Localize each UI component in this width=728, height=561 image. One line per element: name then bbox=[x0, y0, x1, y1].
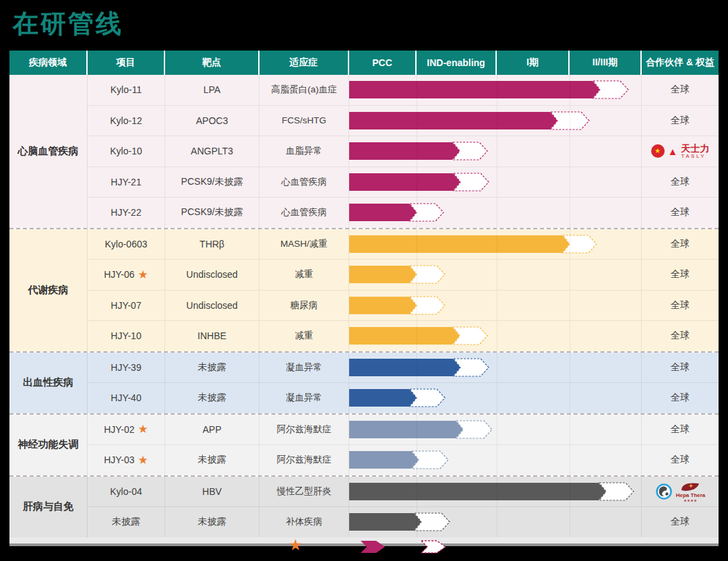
indication-cell: 凝血异常 bbox=[260, 353, 349, 383]
project-name: HJY-10 bbox=[111, 330, 141, 341]
group-rows: HJY-02★APP阿尔兹海默症全球HJY-03★未披露阿尔兹海默症全球 bbox=[88, 415, 719, 475]
pipeline-row: HJY-40未披露凝血异常全球 bbox=[88, 382, 719, 413]
target-cell: Undisclosed bbox=[165, 291, 260, 321]
partner-global-label: 全球 bbox=[671, 268, 690, 280]
project-name: HJY-03 bbox=[104, 454, 134, 465]
phase-bar-cell bbox=[349, 229, 642, 260]
partner-global-label: 全球 bbox=[671, 392, 690, 404]
partner-global-label: 全球 bbox=[671, 115, 690, 127]
partner-cell: ★▲天士力TASLY bbox=[642, 136, 719, 167]
globe-icon bbox=[655, 483, 673, 500]
project-cell: HJY-10 bbox=[88, 321, 165, 351]
partner-cell: Hepa Thera bbox=[642, 477, 719, 507]
target-cell: PCSK9/未披露 bbox=[165, 198, 260, 228]
phase-gridline bbox=[497, 507, 497, 537]
group-rows: Kylo-0603THRβMASH/减重全球HJY-06★Undisclosed… bbox=[88, 229, 719, 351]
phase-gridline bbox=[497, 353, 497, 383]
phase-bar-cell bbox=[349, 136, 642, 167]
progress-bar bbox=[349, 173, 498, 191]
phase-gridline bbox=[570, 260, 570, 290]
header-cell: 靶点 bbox=[165, 51, 260, 75]
project-name: Kylo-11 bbox=[111, 84, 142, 95]
progress-bar-solid bbox=[349, 327, 460, 345]
phase-gridline bbox=[417, 260, 417, 290]
partner-cell: 全球 bbox=[642, 507, 719, 537]
target-cell: ANGPLT3 bbox=[165, 136, 260, 167]
phase-gridline bbox=[497, 167, 497, 198]
disease-area-label: 肝病与自免 bbox=[9, 477, 88, 537]
phase-gridline bbox=[570, 136, 570, 167]
progress-bar bbox=[349, 482, 641, 501]
phase-gridline bbox=[417, 477, 417, 507]
phase-gridline bbox=[570, 167, 570, 198]
target-cell: HBV bbox=[165, 477, 260, 507]
legend-dashed-arrow-icon bbox=[421, 540, 447, 554]
phase-bar-cell bbox=[349, 507, 642, 537]
phase-gridline bbox=[570, 445, 570, 475]
tasly-wordmark: 天士力TASLY bbox=[681, 144, 709, 159]
project-name: HJY-21 bbox=[111, 177, 141, 187]
project-cell: Kylo-04 bbox=[88, 477, 165, 507]
disease-area-label: 出血性疾病 bbox=[9, 353, 88, 413]
project-name: Kylo-04 bbox=[110, 486, 142, 497]
pipeline-row: Kylo-04HBV慢性乙型肝炎Hepa Thera bbox=[88, 477, 719, 507]
header-cell: I期 bbox=[497, 51, 570, 75]
project-name: HJY-39 bbox=[111, 362, 141, 373]
progress-bar bbox=[349, 235, 606, 254]
phase-bar-cell bbox=[349, 260, 642, 290]
phase-bar-cell bbox=[349, 415, 642, 445]
legend-solid-arrow-icon bbox=[361, 540, 386, 554]
phase-bar-cell bbox=[349, 75, 642, 105]
progress-bar bbox=[349, 265, 454, 284]
milestone-star-icon: ★ bbox=[138, 454, 148, 466]
phase-gridline bbox=[417, 167, 417, 198]
phase-gridline bbox=[497, 229, 497, 260]
progress-bar-solid bbox=[349, 389, 417, 407]
tasly-sub: TASLY bbox=[681, 154, 706, 159]
phase-gridline bbox=[570, 75, 570, 105]
partner-global-label: 全球 bbox=[671, 206, 690, 218]
partner-cell: 全球 bbox=[642, 445, 719, 475]
partner-cell: 全球 bbox=[642, 75, 719, 105]
phase-gridline bbox=[497, 198, 497, 228]
milestone-star-icon: ★ bbox=[138, 269, 148, 280]
phase-gridline bbox=[417, 383, 417, 413]
indication-cell: 血脂异常 bbox=[260, 136, 349, 167]
progress-bar-solid bbox=[349, 513, 421, 531]
phase-gridline bbox=[497, 106, 497, 136]
progress-bar-solid bbox=[349, 81, 600, 98]
disease-area-label: 心脑血管疾病 bbox=[9, 75, 88, 228]
project-cell: Kylo-12 bbox=[88, 106, 165, 136]
table-header-row: 疾病领域项目靶点适应症PCCIND-enablingI期II/III期合作伙伴 … bbox=[9, 51, 719, 75]
target-cell: 未披露 bbox=[165, 445, 260, 475]
disease-area-label: 代谢疾病 bbox=[9, 229, 88, 351]
partner-cell: 全球 bbox=[642, 415, 719, 445]
indication-cell: 心血管疾病 bbox=[260, 167, 349, 198]
phase-bar-cell bbox=[349, 198, 642, 228]
project-cell: HJY-39 bbox=[88, 353, 165, 383]
pipeline-slide: 在研管线 疾病领域项目靶点适应症PCCIND-enablingI期II/III期… bbox=[0, 0, 728, 561]
partner-global-label: 全球 bbox=[671, 330, 690, 342]
header-cell: PCC bbox=[349, 51, 417, 75]
pipeline-row: HJY-03★未披露阿尔兹海默症全球 bbox=[88, 444, 719, 475]
phase-gridline bbox=[417, 507, 417, 537]
phase-gridline bbox=[497, 477, 497, 507]
phase-gridline bbox=[497, 383, 497, 413]
pipeline-row: HJY-10INHBE减重全球 bbox=[88, 320, 719, 351]
indication-cell: 心血管疾病 bbox=[260, 198, 349, 228]
indication-cell: 补体疾病 bbox=[260, 507, 349, 537]
disease-area-label: 神经功能失调 bbox=[9, 415, 88, 475]
subtext-block bbox=[694, 500, 696, 502]
target-cell: LPA bbox=[165, 75, 260, 105]
phase-gridline bbox=[417, 229, 417, 260]
target-cell: APOC3 bbox=[165, 106, 260, 136]
project-name: HJY-02 bbox=[104, 424, 134, 435]
disease-group: 心脑血管疾病Kylo-11LPA高脂蛋白(a)血症全球Kylo-12APOC3F… bbox=[9, 75, 719, 228]
indication-cell: 糖尿病 bbox=[260, 291, 349, 321]
indication-cell: 凝血异常 bbox=[260, 383, 349, 413]
phase-bar-cell bbox=[349, 353, 642, 383]
hepathera-wordmark: Hepa Thera bbox=[676, 481, 706, 502]
project-cell: HJY-22 bbox=[88, 198, 165, 228]
progress-bar-solid bbox=[349, 421, 463, 438]
partner-cell: 全球 bbox=[642, 229, 719, 260]
